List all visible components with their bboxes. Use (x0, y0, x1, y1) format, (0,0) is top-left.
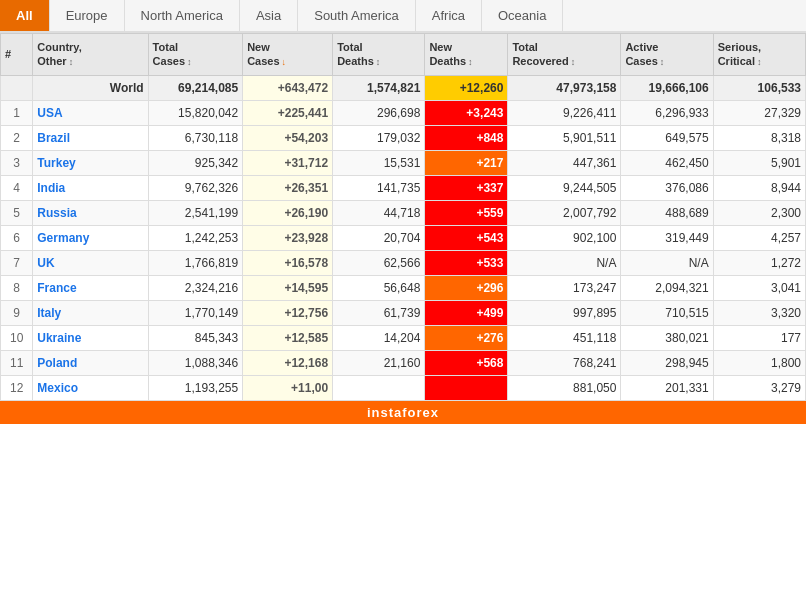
data-cell-5: +559 (425, 200, 508, 225)
data-cell-7: 298,945 (621, 350, 713, 375)
data-cell-4: 296,698 (333, 100, 425, 125)
data-table: #Country,Other ↕TotalCases ↕NewCases ↓To… (0, 33, 806, 401)
data-cell-3: +54,203 (243, 125, 333, 150)
col-header-7[interactable]: ActiveCases ↕ (621, 34, 713, 76)
data-cell-8: 2,300 (713, 200, 805, 225)
country-cell[interactable]: Italy (33, 300, 148, 325)
data-cell-6: 881,050 (508, 375, 621, 400)
data-cell-5: +296 (425, 275, 508, 300)
col-header-4[interactable]: TotalDeaths ↕ (333, 34, 425, 76)
watermark: instaforex (0, 401, 806, 424)
col-header-6[interactable]: TotalRecovered ↕ (508, 34, 621, 76)
data-cell-5: +3,243 (425, 100, 508, 125)
data-cell-6: 9,226,411 (508, 100, 621, 125)
data-cell-0: 6 (1, 225, 33, 250)
data-cell-6: 9,244,505 (508, 175, 621, 200)
data-cell-3: +26,351 (243, 175, 333, 200)
country-cell[interactable]: Brazil (33, 125, 148, 150)
data-cell-8: 3,320 (713, 300, 805, 325)
col-header-3[interactable]: NewCases ↓ (243, 34, 333, 76)
col-header-8[interactable]: Serious,Critical ↕ (713, 34, 805, 76)
table-row: 5Russia2,541,199+26,19044,718+5592,007,7… (1, 200, 806, 225)
data-cell-4: 44,718 (333, 200, 425, 225)
data-cell-5: +337 (425, 175, 508, 200)
tab-oceania[interactable]: Oceania (482, 0, 563, 31)
tab-south-america[interactable]: South America (298, 0, 416, 31)
data-cell-5: +848 (425, 125, 508, 150)
data-cell-8: 5,901 (713, 150, 805, 175)
col-header-0: # (1, 34, 33, 76)
data-cell-2: 6,730,118 (148, 125, 243, 150)
world-cell-0 (1, 75, 33, 100)
data-cell-2: 2,324,216 (148, 275, 243, 300)
tab-all[interactable]: All (0, 0, 50, 31)
world-cell-4: 1,574,821 (333, 75, 425, 100)
world-cell-5: +12,260 (425, 75, 508, 100)
world-cell-3: +643,472 (243, 75, 333, 100)
data-cell-5: +543 (425, 225, 508, 250)
data-cell-7: 710,515 (621, 300, 713, 325)
data-cell-5: +276 (425, 325, 508, 350)
data-cell-5: +568 (425, 350, 508, 375)
data-cell-0: 3 (1, 150, 33, 175)
col-header-2[interactable]: TotalCases ↕ (148, 34, 243, 76)
data-cell-3: +31,712 (243, 150, 333, 175)
data-cell-6: 447,361 (508, 150, 621, 175)
data-cell-6: 2,007,792 (508, 200, 621, 225)
tab-africa[interactable]: Africa (416, 0, 482, 31)
data-cell-2: 1,088,346 (148, 350, 243, 375)
col-header-5[interactable]: NewDeaths ↕ (425, 34, 508, 76)
tab-europe[interactable]: Europe (50, 0, 125, 31)
data-cell-7: 319,449 (621, 225, 713, 250)
country-cell[interactable]: UK (33, 250, 148, 275)
data-cell-7: 201,331 (621, 375, 713, 400)
country-cell[interactable]: Turkey (33, 150, 148, 175)
data-cell-6: 451,118 (508, 325, 621, 350)
data-cell-2: 1,766,819 (148, 250, 243, 275)
data-cell-0: 9 (1, 300, 33, 325)
data-cell-2: 1,770,149 (148, 300, 243, 325)
tab-asia[interactable]: Asia (240, 0, 298, 31)
world-cell-6: 47,973,158 (508, 75, 621, 100)
country-cell[interactable]: Russia (33, 200, 148, 225)
data-cell-8: 3,279 (713, 375, 805, 400)
data-cell-3: +14,595 (243, 275, 333, 300)
data-cell-0: 7 (1, 250, 33, 275)
data-cell-3: +225,441 (243, 100, 333, 125)
data-cell-5: +533 (425, 250, 508, 275)
data-cell-7: 2,094,321 (621, 275, 713, 300)
data-cell-4: 141,735 (333, 175, 425, 200)
country-cell[interactable]: Mexico (33, 375, 148, 400)
tab-north-america[interactable]: North America (125, 0, 240, 31)
table-row: 12Mexico1,193,255+11,00881,050201,3313,2… (1, 375, 806, 400)
data-cell-0: 5 (1, 200, 33, 225)
data-cell-4: 56,648 (333, 275, 425, 300)
data-cell-2: 15,820,042 (148, 100, 243, 125)
country-cell[interactable]: India (33, 175, 148, 200)
data-cell-3: +23,928 (243, 225, 333, 250)
data-cell-6: 997,895 (508, 300, 621, 325)
data-cell-2: 1,193,255 (148, 375, 243, 400)
country-cell[interactable]: Ukraine (33, 325, 148, 350)
data-cell-7: 6,296,933 (621, 100, 713, 125)
table-row: 8France2,324,216+14,59556,648+296173,247… (1, 275, 806, 300)
country-cell[interactable]: USA (33, 100, 148, 125)
data-cell-2: 1,242,253 (148, 225, 243, 250)
country-cell[interactable]: France (33, 275, 148, 300)
data-cell-4 (333, 375, 425, 400)
data-cell-6: 768,241 (508, 350, 621, 375)
country-cell[interactable]: Poland (33, 350, 148, 375)
data-cell-6: 902,100 (508, 225, 621, 250)
table-row: 10Ukraine845,343+12,58514,204+276451,118… (1, 325, 806, 350)
world-row: World69,214,085+643,4721,574,821+12,2604… (1, 75, 806, 100)
country-cell[interactable]: Germany (33, 225, 148, 250)
col-header-1[interactable]: Country,Other ↕ (33, 34, 148, 76)
table-row: 9Italy1,770,149+12,75661,739+499997,8957… (1, 300, 806, 325)
data-cell-7: N/A (621, 250, 713, 275)
data-cell-4: 61,739 (333, 300, 425, 325)
data-cell-3: +16,578 (243, 250, 333, 275)
table-row: 11Poland1,088,346+12,16821,160+568768,24… (1, 350, 806, 375)
data-cell-4: 21,160 (333, 350, 425, 375)
data-cell-5 (425, 375, 508, 400)
data-cell-8: 177 (713, 325, 805, 350)
